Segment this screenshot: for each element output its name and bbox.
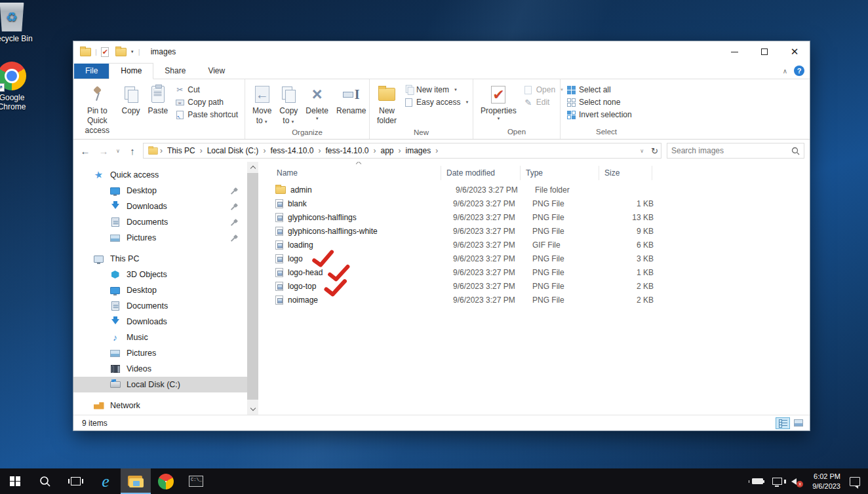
details-view-button[interactable]: [776, 417, 790, 429]
paste-button[interactable]: Paste: [145, 82, 172, 136]
column-header-type[interactable]: Type: [521, 166, 599, 180]
select-none-button[interactable]: Select none: [564, 97, 635, 107]
search-icon[interactable]: [791, 147, 800, 155]
move-to-button[interactable]: ← Move to▼: [249, 82, 275, 126]
pin-to-quick-access-button[interactable]: Pin to Quick access: [77, 82, 117, 136]
open-button[interactable]: Open▼: [521, 85, 566, 95]
invert-selection-button[interactable]: Invert selection: [564, 109, 635, 120]
file-explorer-button[interactable]: [121, 468, 151, 494]
column-header-size[interactable]: Size: [599, 166, 652, 180]
task-view-button[interactable]: [60, 468, 90, 494]
tab-view[interactable]: View: [197, 64, 236, 79]
sidebar-item-downloads[interactable]: Downloads: [73, 314, 247, 330]
copy-to-button[interactable]: Copy to▼: [276, 82, 301, 126]
sidebar-item-local-disk-c[interactable]: Local Disk (C:): [73, 377, 247, 392]
column-header-name[interactable]: Name: [258, 166, 441, 180]
qat-properties-icon[interactable]: ✔: [101, 47, 109, 57]
cut-button[interactable]: ✂ Cut: [172, 85, 241, 95]
taskbar-search-button[interactable]: [30, 468, 60, 494]
address-dropdown-icon[interactable]: ∨: [638, 148, 646, 154]
easy-access-button[interactable]: Easy access▼: [401, 97, 471, 107]
scroll-up-button[interactable]: [247, 162, 258, 173]
up-button[interactable]: ↑: [125, 145, 140, 157]
file-row[interactable]: noimage9/6/2023 3:27 PMPNG File2 KB: [258, 293, 810, 307]
column-header-date-modified[interactable]: Date modified: [441, 166, 521, 180]
volume-muted-icon[interactable]: x: [791, 477, 803, 486]
help-icon[interactable]: ?: [794, 66, 804, 76]
sidebar-item-documents-qa[interactable]: Documents: [73, 214, 247, 230]
sidebar-item-videos[interactable]: Videos: [73, 361, 247, 377]
command-prompt-button[interactable]: C:\_: [181, 468, 211, 494]
internet-explorer-button[interactable]: e: [90, 468, 121, 494]
scrollbar-thumb[interactable]: [247, 173, 258, 400]
breadcrumb-this-pc[interactable]: This PC: [164, 146, 199, 155]
paste-shortcut-button[interactable]: Paste shortcut: [172, 109, 241, 120]
sidebar-item-pictures[interactable]: Pictures: [73, 345, 247, 361]
file-row[interactable]: loading9/6/2023 3:27 PMGIF File6 KB: [258, 238, 810, 252]
file-row[interactable]: logo9/6/2023 3:27 PMPNG File3 KB: [258, 252, 810, 265]
search-box[interactable]: [667, 143, 804, 159]
app-folder-icon: [80, 48, 91, 56]
collapse-ribbon-icon[interactable]: ∧: [783, 67, 787, 75]
taskbar-clock[interactable]: 6:02 PM 9/6/2023: [812, 472, 840, 491]
3d-objects-icon: [109, 269, 121, 280]
delete-button[interactable]: × Delete ▼: [302, 82, 332, 126]
properties-button[interactable]: ✔ Properties ▼: [477, 82, 520, 126]
action-center-icon[interactable]: [850, 477, 860, 486]
scroll-down-button[interactable]: [247, 404, 258, 415]
edit-button[interactable]: ✎ Edit: [521, 97, 566, 107]
dropdown-icon: ▼: [315, 117, 319, 121]
sidebar-item-desktop-qa[interactable]: Desktop: [73, 183, 247, 199]
file-row[interactable]: logo-head9/6/2023 3:27 PMPNG File1 KB: [258, 265, 810, 279]
sidebar-item-desktop[interactable]: Desktop: [73, 282, 247, 298]
sidebar-item-quick-access[interactable]: ★ Quick access: [73, 167, 247, 183]
rename-button[interactable]: I Rename: [333, 82, 369, 126]
sidebar-item-pictures-qa[interactable]: Pictures: [73, 230, 247, 246]
breadcrumb-fess-outer[interactable]: fess-14.10.0: [267, 146, 317, 155]
maximize-button[interactable]: [749, 41, 779, 62]
tab-home[interactable]: Home: [109, 63, 153, 79]
forward-button[interactable]: →: [96, 145, 111, 157]
tab-file[interactable]: File: [74, 64, 109, 79]
minimize-button[interactable]: [719, 41, 749, 62]
desktop-icon-recycle-bin[interactable]: ♻ Recycle Bin: [0, 3, 37, 43]
sidebar-item-network[interactable]: Network: [73, 398, 247, 413]
qat-new-folder-icon[interactable]: [115, 48, 127, 56]
refresh-icon[interactable]: ↻: [651, 146, 658, 156]
file-row[interactable]: glyphicons-halflings9/6/2023 3:27 PMPNG …: [258, 210, 810, 224]
tab-share[interactable]: Share: [153, 64, 197, 79]
network-tray-icon[interactable]: [772, 478, 782, 485]
sidebar-scrollbar[interactable]: [247, 162, 258, 415]
sidebar-item-downloads-qa[interactable]: Downloads: [73, 199, 247, 214]
file-row[interactable]: blank9/6/2023 3:27 PMPNG File1 KB: [258, 197, 810, 210]
battery-icon[interactable]: [752, 478, 763, 484]
new-item-button[interactable]: New item▼: [401, 85, 471, 95]
breadcrumb[interactable]: › This PC › Local Disk (C:) › fess-14.10…: [143, 143, 661, 159]
copy-path-button[interactable]: w Copy path: [172, 97, 241, 107]
sidebar-item-3d-objects[interactable]: 3D Objects: [73, 267, 247, 282]
edit-icon: ✎: [524, 98, 533, 107]
file-row[interactable]: glyphicons-halflings-white9/6/2023 3:27 …: [258, 224, 810, 238]
title-bar[interactable]: | ✔ ▼ | images ✕: [73, 41, 810, 62]
chrome-button[interactable]: [151, 468, 181, 494]
desktop-icon-google-chrome[interactable]: ↗ Google Chrome: [0, 62, 37, 111]
sidebar-item-music[interactable]: ♪ Music: [73, 330, 247, 345]
new-folder-button[interactable]: New folder: [374, 82, 400, 126]
back-button[interactable]: ←: [77, 145, 93, 157]
file-row[interactable]: admin9/6/2023 3:27 PMFile folder: [258, 183, 810, 197]
start-button[interactable]: [0, 468, 30, 494]
breadcrumb-local-disk[interactable]: Local Disk (C:): [204, 146, 262, 155]
sidebar-item-this-pc[interactable]: This PC: [73, 251, 247, 267]
select-all-button[interactable]: Select all: [564, 85, 635, 95]
sidebar-item-documents[interactable]: Documents: [73, 298, 247, 314]
copy-button[interactable]: Copy: [119, 82, 144, 136]
recent-locations-icon[interactable]: ∨: [114, 148, 122, 154]
file-row[interactable]: logo-top9/6/2023 3:27 PMPNG File2 KB: [258, 279, 810, 293]
breadcrumb-app[interactable]: app: [377, 146, 397, 155]
search-input[interactable]: [671, 146, 791, 155]
breadcrumb-images[interactable]: images: [403, 146, 435, 155]
breadcrumb-fess-inner[interactable]: fess-14.10.0: [322, 146, 372, 155]
close-button[interactable]: ✕: [779, 41, 810, 62]
large-icons-view-button[interactable]: [791, 417, 806, 429]
qat-customize-dropdown-icon[interactable]: ▼: [130, 50, 134, 54]
